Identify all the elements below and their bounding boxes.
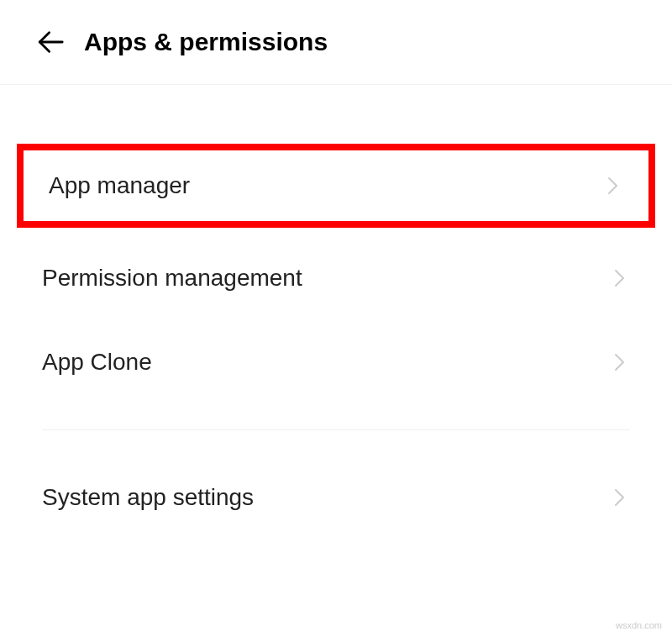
chevron-right-icon [610,268,630,288]
chevron-right-icon [610,352,630,372]
list-item-system-app-settings[interactable]: System app settings [0,455,672,540]
content: App manager Permission management App Cl… [0,85,672,540]
list-item-app-clone[interactable]: App Clone [0,320,672,404]
page-title: Apps & permissions [84,28,328,56]
item-label: System app settings [42,484,254,511]
list-item-permission-management[interactable]: Permission management [0,236,672,320]
chevron-right-icon [603,176,623,196]
header: Apps & permissions [0,0,672,85]
divider [42,429,630,430]
back-icon[interactable] [34,25,67,59]
item-label: App Clone [42,349,152,376]
list-item-app-manager[interactable]: App manager [17,144,655,228]
item-label: App manager [49,172,190,199]
watermark: wsxdn.com [616,620,662,630]
chevron-right-icon [610,487,630,508]
item-label: Permission management [42,265,302,292]
